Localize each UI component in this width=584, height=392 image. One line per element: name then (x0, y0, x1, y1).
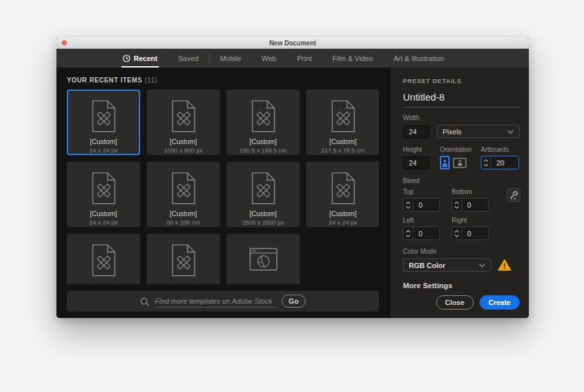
bleed-right-label: Right (452, 217, 489, 224)
template-card[interactable] (226, 234, 300, 284)
document-template-icon (250, 100, 276, 132)
stepper-down-icon (406, 234, 411, 238)
tab-web[interactable]: Web (251, 49, 286, 67)
document-template-icon (91, 172, 117, 204)
template-card[interactable] (147, 234, 220, 284)
template-card[interactable]: [Custom] 1000 x 800 px (147, 90, 220, 155)
window-titlebar: New Document (56, 37, 529, 49)
bleed-bottom-stepper[interactable]: 0 (452, 198, 489, 212)
bleed-top-value[interactable]: 0 (413, 199, 439, 211)
orientation-portrait-button[interactable] (440, 156, 450, 169)
document-template-icon (330, 172, 356, 204)
width-input[interactable]: 24 (403, 125, 430, 138)
artboards-stepper-arrows[interactable] (481, 156, 491, 169)
bleed-link-button[interactable] (507, 188, 520, 202)
chevron-down-icon (507, 130, 514, 134)
orientation-label: Orientation (440, 146, 470, 153)
web-template-icon (249, 247, 278, 271)
bleed-label: Bleed (403, 177, 520, 184)
template-title: [Custom] (329, 138, 356, 145)
close-button[interactable]: Close (436, 295, 474, 310)
bleed-top-label: Top (403, 188, 440, 195)
tab-mobile[interactable]: Mobile (210, 49, 251, 67)
template-card[interactable]: [Custom] 80 x 200 cm (147, 162, 220, 227)
bleed-right-stepper[interactable]: 0 (452, 227, 489, 240)
window-title: New Document (269, 40, 316, 47)
tab-art-illustration-label: Art & Illustration (394, 55, 444, 62)
template-size: 2500 x 2500 px (242, 219, 284, 226)
template-size: 24 x 24 px (90, 147, 118, 154)
stock-search-input[interactable] (155, 295, 276, 308)
template-title: [Custom] (169, 138, 197, 145)
height-input[interactable]: 24 (403, 156, 430, 169)
landscape-person-icon (457, 160, 463, 166)
units-dropdown[interactable]: Pixels (437, 125, 520, 138)
template-title: [Custom] (249, 210, 276, 217)
clock-icon (123, 55, 130, 62)
tab-saved[interactable]: Saved (168, 49, 209, 67)
bleed-top-stepper[interactable]: 0 (403, 198, 440, 212)
preset-details-panel: PRESET DETAILS Untitled-8 Width 24 Pixel… (389, 67, 529, 318)
template-size: 1000 x 800 px (164, 147, 203, 154)
bleed-left-arrows[interactable] (404, 227, 413, 239)
stepper-up-icon (483, 159, 489, 162)
go-button[interactable]: Go (282, 295, 306, 308)
document-template-icon (330, 100, 356, 132)
more-settings-link[interactable]: More Settings (403, 282, 520, 289)
stepper-down-icon (454, 234, 459, 238)
template-card[interactable] (67, 234, 140, 284)
template-title: [Custom] (90, 210, 117, 217)
bleed-bottom-arrows[interactable] (452, 199, 462, 211)
template-card[interactable]: [Custom] 24 x 24 px (67, 90, 140, 155)
stepper-down-icon (454, 206, 459, 209)
portrait-person-icon (442, 160, 448, 167)
template-title: [Custom] (169, 210, 197, 217)
tab-film-video[interactable]: Film & Video (322, 49, 383, 67)
template-size: 80 x 200 cm (167, 219, 201, 226)
bleed-left-stepper[interactable]: 0 (403, 227, 440, 240)
stepper-up-icon (406, 201, 411, 204)
stepper-down-icon (406, 206, 411, 209)
artboards-value[interactable]: 20 (491, 156, 518, 169)
tab-mobile-label: Mobile (220, 55, 241, 62)
preset-details-heading: PRESET DETAILS (403, 77, 520, 84)
document-template-icon (91, 244, 117, 276)
document-name-field[interactable]: Untitled-8 (403, 92, 520, 108)
tab-print-label: Print (297, 55, 312, 62)
template-size: 24 x 24 px (90, 219, 118, 226)
color-mode-value: RGB Color (409, 262, 445, 269)
stepper-up-icon (454, 230, 459, 233)
color-mode-label: Color Mode (403, 248, 520, 255)
template-card[interactable]: [Custom] 217.5 x 78.5 cm (306, 90, 379, 155)
bleed-left-value[interactable]: 0 (413, 227, 439, 239)
tab-web-label: Web (262, 55, 276, 62)
bleed-top-arrows[interactable] (404, 199, 413, 211)
recent-items-heading: YOUR RECENT ITEMS(11) (67, 77, 379, 84)
create-button[interactable]: Create (480, 295, 520, 310)
template-card[interactable]: [Custom] 180.5 x 199.5 cm (226, 90, 300, 155)
artboards-stepper[interactable]: 20 (481, 156, 519, 169)
document-template-icon (91, 100, 117, 132)
link-icon (509, 191, 518, 199)
document-template-icon (171, 100, 197, 132)
width-label: Width (403, 114, 520, 121)
template-card[interactable]: [Custom] 24 x 24 px (67, 162, 140, 227)
tab-print[interactable]: Print (287, 49, 322, 67)
close-window-button[interactable] (62, 40, 67, 45)
bleed-right-value[interactable]: 0 (462, 227, 488, 239)
template-card[interactable]: [Custom] 24 x 24 px (306, 162, 379, 227)
tab-saved-label: Saved (178, 55, 199, 62)
bleed-bottom-value[interactable]: 0 (462, 199, 488, 211)
orientation-landscape-button[interactable] (453, 158, 467, 168)
template-title: [Custom] (329, 210, 356, 217)
color-mode-dropdown[interactable]: RGB Color (403, 258, 491, 272)
warning-icon (498, 259, 511, 271)
new-document-dialog: New Document Recent Saved Mobile Web Pri… (56, 37, 529, 318)
tab-art-illustration[interactable]: Art & Illustration (383, 49, 455, 67)
tab-recent[interactable]: Recent (112, 49, 168, 67)
template-size: 180.5 x 199.5 cm (239, 147, 287, 154)
bleed-right-arrows[interactable] (452, 227, 462, 239)
template-card[interactable]: [Custom] 2500 x 2500 px (226, 162, 300, 227)
recent-items-heading-text: YOUR RECENT ITEMS (67, 77, 142, 84)
recent-items-count: (11) (145, 77, 157, 84)
